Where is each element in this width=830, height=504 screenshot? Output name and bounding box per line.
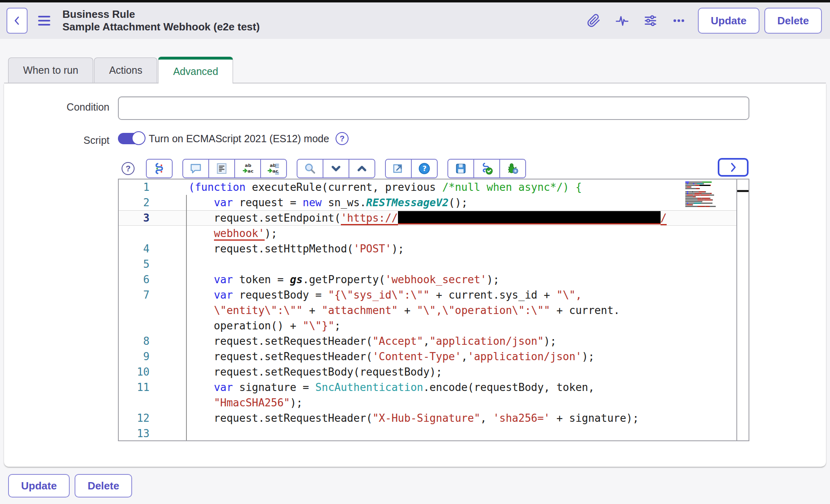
search-button[interactable]: [297, 160, 323, 177]
svg-text:ac: ac: [248, 168, 253, 174]
minimap-line: [685, 194, 736, 196]
delete-button-header[interactable]: Delete: [764, 8, 822, 34]
format-code-button[interactable]: [208, 160, 234, 177]
code-line: webhook');: [119, 226, 749, 241]
line-number: 4: [119, 241, 187, 256]
tab-when-to-run[interactable]: When to run: [8, 58, 93, 83]
code-text: request.setHttpMethod('POST');: [187, 241, 404, 256]
editor-help-icon[interactable]: ?: [120, 160, 136, 177]
tab-advanced[interactable]: Advanced: [158, 57, 233, 83]
chevron-down-button[interactable]: [323, 160, 349, 177]
line-number: 7: [119, 287, 187, 303]
minimap-line: [685, 186, 736, 188]
toolbar-group: [447, 159, 526, 178]
chevron-up-icon: [355, 162, 368, 175]
minimap-line: [685, 191, 736, 192]
line-number: 3: [119, 210, 187, 226]
save-button[interactable]: [448, 160, 473, 177]
tab-actions[interactable]: Actions: [94, 58, 157, 83]
toggle-knob: [132, 131, 145, 145]
code-line: 13: [119, 426, 749, 441]
code-line: 6 var token = gs.getProperty('webhook_se…: [119, 272, 749, 287]
line-number: 13: [119, 426, 187, 441]
minimap-line: [685, 201, 736, 202]
minimap-line: [685, 199, 736, 201]
page-title: Business Rule: [62, 8, 260, 21]
line-number: 5: [119, 256, 187, 272]
chevron-up-button[interactable]: [349, 160, 374, 177]
delete-button[interactable]: Delete: [75, 474, 132, 498]
scrollbar-thumb[interactable]: [737, 190, 749, 192]
activity-button[interactable]: [608, 12, 636, 30]
script-editor[interactable]: 1(function executeRule(current, previous…: [118, 179, 749, 441]
code-line: 3 request.setEndpoint('https:///: [119, 210, 749, 226]
editor-expand-button[interactable]: [718, 158, 749, 177]
code-text: var request = new sn_ws.RESTMessageV2();: [187, 195, 468, 210]
minimap-line: [685, 196, 736, 197]
code-line: 4 request.setHttpMethod('POST');: [119, 241, 749, 256]
more-options-button[interactable]: [665, 12, 693, 30]
code-text: request.setRequestBody(requestBody);: [187, 364, 442, 380]
form-header: Business Rule Sample Attachment Webhook …: [0, 2, 830, 39]
footer-actions: Update Delete: [8, 474, 132, 498]
code-text: operation() + "\"}";: [187, 318, 341, 333]
line-number: [119, 303, 187, 318]
toolbar-group: abacabac: [182, 159, 287, 178]
context-menu-icon[interactable]: [38, 16, 50, 26]
code-line: 11 var signature = SncAuthentication.enc…: [119, 380, 749, 395]
editor-minimap[interactable]: [685, 180, 736, 210]
line-number: 11: [119, 380, 187, 395]
help-filled-icon: ?: [418, 162, 431, 175]
code-line: 8 request.setRequestHeader("Accept","app…: [119, 333, 749, 349]
script-syntax-button[interactable]: [147, 160, 172, 177]
settings-sliders-button[interactable]: [636, 12, 665, 30]
replace-all-button[interactable]: abac: [260, 160, 286, 177]
chevron-down-icon: [329, 162, 342, 175]
minimap-line: [685, 206, 736, 207]
es-mode-toggle[interactable]: [118, 133, 142, 144]
code-text: \"entity\":\"" + "attachment" + "\",\"op…: [187, 303, 620, 318]
comment-button[interactable]: [183, 160, 208, 177]
svg-text:ac: ac: [272, 168, 278, 174]
code-text: request.setRequestHeader("Accept","appli…: [187, 333, 556, 349]
code-line: 5: [119, 256, 749, 272]
condition-input[interactable]: [118, 96, 749, 120]
open-window-button[interactable]: [386, 160, 411, 177]
help-filled-button[interactable]: ?: [411, 160, 437, 177]
business-rule-form-page: Business Rule Sample Attachment Webhook …: [0, 0, 830, 504]
line-number: [119, 226, 187, 241]
update-button-header[interactable]: Update: [698, 8, 759, 34]
page-title-block: Business Rule Sample Attachment Webhook …: [62, 8, 260, 33]
code-line: "HmacSHA256");: [119, 395, 749, 410]
redacted-text: [398, 211, 661, 224]
code-text: request.setEndpoint('https:///: [187, 210, 667, 226]
line-number: 2: [119, 195, 187, 210]
more-options-icon: [672, 14, 686, 28]
minimap-line: [685, 182, 736, 183]
update-button[interactable]: Update: [8, 474, 70, 498]
code-text: webhook');: [187, 226, 277, 241]
code-line: 2 var request = new sn_ws.RESTMessageV2(…: [119, 195, 749, 210]
code-line: \"entity\":\"" + "attachment" + "\",\"op…: [119, 303, 749, 318]
minimap-line: [685, 183, 736, 184]
back-button[interactable]: [6, 8, 28, 34]
es-mode-help-icon[interactable]: ?: [336, 132, 349, 145]
debug-button[interactable]: [499, 160, 525, 177]
minimap-line: [685, 185, 736, 186]
editor-scrollbar[interactable]: [736, 179, 749, 440]
replace-button[interactable]: abac: [234, 160, 260, 177]
header-actions: Update Delete: [580, 8, 830, 34]
minimap-line: [685, 207, 736, 209]
code-text: request.setRequestHeader("X-Hub-Signatur…: [187, 410, 639, 426]
attachment-button[interactable]: [580, 12, 608, 30]
attachment-icon: [587, 14, 601, 28]
code-lines: 1(function executeRule(current, previous…: [119, 179, 749, 441]
code-text: var requestBody = "{\"sys_id\":\"" + cur…: [187, 287, 582, 303]
syntax-check-button[interactable]: [473, 160, 499, 177]
debug-icon: [506, 162, 519, 175]
replace-all-icon: abac: [267, 162, 280, 175]
es-mode-row: Turn on ECMAScript 2021 (ES12) mode ?: [118, 132, 349, 145]
svg-text:?: ?: [423, 164, 427, 173]
form-tabs: When to runActionsAdvanced: [4, 57, 826, 83]
code-line: 12 request.setRequestHeader("X-Hub-Signa…: [119, 410, 749, 426]
